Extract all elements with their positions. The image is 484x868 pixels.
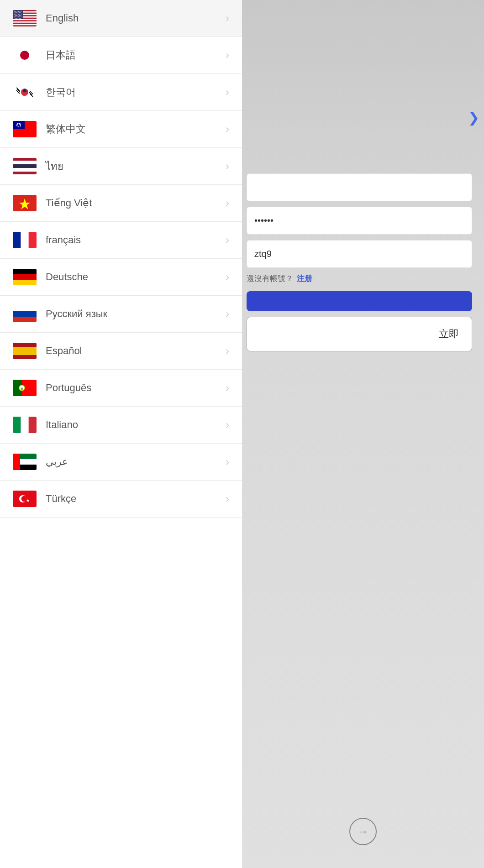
chevron-icon-fr: ›: [226, 234, 229, 246]
flag-th: [13, 158, 37, 174]
language-item-pt[interactable]: ⊕ Português›: [0, 370, 242, 407]
flag-zh-tw: [13, 121, 37, 137]
language-item-vi[interactable]: Tiếng Việt›: [0, 185, 242, 222]
chevron-icon-en: ›: [226, 12, 229, 25]
arrow-icon: →: [358, 825, 368, 838]
lang-name-es: Español: [46, 345, 226, 357]
next-button[interactable]: →: [349, 818, 377, 845]
language-item-fr[interactable]: français›: [0, 222, 242, 259]
lang-name-zh-tw: 繁体中文: [46, 122, 226, 136]
language-item-zh-tw[interactable]: 繁体中文›: [0, 111, 242, 148]
password-input[interactable]: [247, 207, 472, 235]
flag-it: [13, 417, 37, 433]
register-link[interactable]: 注册: [297, 273, 312, 284]
register-prompt-row: 還沒有帳號？ 注册: [247, 273, 472, 284]
lang-name-ru: Русский язык: [46, 308, 226, 320]
svg-rect-44: [13, 347, 37, 355]
lang-name-fr: français: [46, 234, 226, 246]
chevron-icon-de: ›: [226, 271, 229, 283]
login-button[interactable]: [247, 291, 472, 311]
svg-rect-36: [29, 232, 37, 248]
language-item-ko[interactable]: 한국어›: [0, 74, 242, 111]
svg-rect-52: [29, 417, 37, 433]
register-button[interactable]: 立即: [247, 317, 472, 351]
svg-rect-6: [13, 24, 37, 25]
login-panel: ❯ 還沒有帳號？ 注册 立即 →: [242, 0, 484, 868]
flag-tr: [13, 491, 37, 507]
svg-text:⊕: ⊕: [21, 387, 23, 390]
chevron-icon-th: ›: [226, 160, 229, 173]
panel-chevron: ❯: [468, 110, 479, 125]
language-panel: ★★★★★★ ★★★★★ ★★★★★★ ★★★★★ ★★★★★★ ★★★★★ E…: [0, 0, 242, 868]
lang-name-ko: 한국어: [46, 85, 226, 99]
no-account-text: 還沒有帳號？: [247, 273, 293, 284]
language-item-ja[interactable]: 日本語›: [0, 37, 242, 74]
svg-rect-35: [13, 232, 21, 248]
svg-rect-51: [13, 417, 21, 433]
chevron-icon-tr: ›: [226, 492, 229, 505]
chevron-icon-vi: ›: [226, 197, 229, 209]
svg-rect-37: [13, 269, 37, 274]
language-item-en[interactable]: ★★★★★★ ★★★★★ ★★★★★★ ★★★★★ ★★★★★★ ★★★★★ E…: [0, 0, 242, 37]
chevron-icon-pt: ›: [226, 382, 229, 394]
language-item-ru[interactable]: Русский язык›: [0, 296, 242, 333]
lang-name-vi: Tiếng Việt: [46, 197, 226, 209]
chevron-icon-zh-tw: ›: [226, 123, 229, 136]
svg-rect-31: [13, 168, 37, 172]
svg-rect-29: [13, 161, 37, 164]
language-item-th[interactable]: ไทย›: [0, 148, 242, 185]
chevron-icon-it: ›: [226, 418, 229, 431]
username-input[interactable]: [247, 173, 472, 201]
svg-rect-39: [13, 280, 37, 285]
chevron-icon-es: ›: [226, 345, 229, 357]
flag-ar: [13, 454, 37, 470]
lang-name-it: Italiano: [46, 419, 226, 431]
captcha-input[interactable]: [247, 240, 472, 268]
svg-rect-42: [13, 317, 37, 322]
chevron-icon-ko: ›: [226, 86, 229, 99]
flag-en: ★★★★★★ ★★★★★ ★★★★★★ ★★★★★ ★★★★★★ ★★★★★: [13, 10, 37, 26]
lang-name-de: Deutsche: [46, 271, 226, 283]
language-item-it[interactable]: Italiano›: [0, 407, 242, 444]
login-form: 還沒有帳號？ 注册 立即: [247, 173, 484, 351]
lang-name-ja: 日本語: [46, 48, 226, 62]
chevron-icon-ar: ›: [226, 455, 229, 468]
svg-rect-40: [13, 306, 37, 311]
language-item-tr[interactable]: Türkçe›: [0, 481, 242, 518]
lang-name-pt: Português: [46, 382, 226, 394]
language-item-ar[interactable]: عربي›: [0, 444, 242, 481]
flag-ru: [13, 306, 37, 322]
flag-fr: [13, 232, 37, 248]
flag-pt: ⊕: [13, 380, 37, 396]
svg-text:★★★★★: ★★★★★: [15, 17, 21, 19]
lang-name-th: ไทย: [46, 158, 226, 174]
chevron-icon-ru: ›: [226, 308, 229, 320]
svg-rect-38: [13, 274, 37, 280]
flag-vi: [13, 195, 37, 211]
svg-rect-56: [13, 454, 20, 470]
svg-point-59: [21, 496, 27, 502]
flag-ja: [13, 47, 37, 63]
flag-ko: [13, 84, 37, 100]
svg-rect-5: [13, 21, 37, 23]
svg-rect-41: [13, 311, 37, 317]
svg-rect-30: [13, 164, 37, 168]
lang-name-tr: Türkçe: [46, 493, 226, 505]
flag-es: [13, 343, 37, 359]
language-item-de[interactable]: Deutsche›: [0, 259, 242, 296]
language-item-es[interactable]: Español›: [0, 333, 242, 370]
lang-name-en: English: [46, 12, 226, 24]
chevron-icon-ja: ›: [226, 49, 229, 62]
lang-name-ar: عربي: [46, 456, 226, 468]
flag-de: [13, 269, 37, 285]
svg-point-15: [20, 51, 29, 60]
